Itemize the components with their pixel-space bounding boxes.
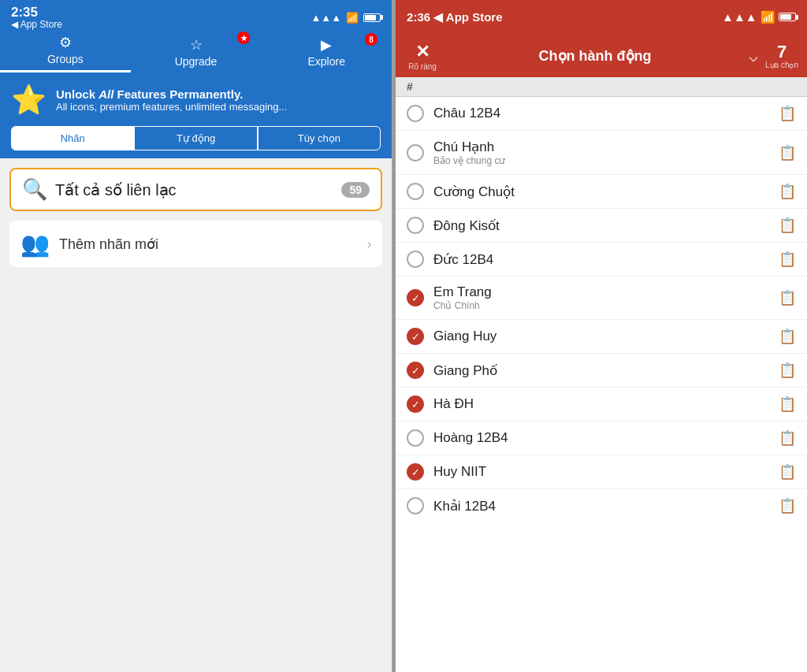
radio-unchecked bbox=[407, 105, 424, 122]
explore-badge: 8 bbox=[365, 33, 377, 46]
phone-icon: 📋 bbox=[779, 429, 796, 447]
contact-info: Hà ĐH bbox=[433, 396, 769, 412]
tab-upgrade[interactable]: ☆ Upgrade ★ bbox=[131, 32, 262, 72]
phone-icon: 📋 bbox=[779, 217, 796, 234]
dropdown-icon[interactable]: ⌵ bbox=[749, 46, 758, 65]
contact-item[interactable]: ✓Giang Huy📋 bbox=[396, 320, 807, 354]
contact-item[interactable]: Đông Kisốt📋 bbox=[396, 209, 807, 243]
chevron-right-icon: › bbox=[367, 237, 371, 251]
contact-name: Khải 12B4 bbox=[433, 498, 769, 514]
contact-name: Huy NIIT bbox=[433, 464, 769, 480]
search-count-badge: 59 bbox=[341, 182, 370, 198]
contact-item[interactable]: Cường Chuột📋 bbox=[396, 175, 807, 209]
upgrade-badge: ★ bbox=[237, 32, 250, 44]
promo-star-icon: ⭐ bbox=[11, 84, 46, 117]
segment-tuyChon[interactable]: Tùy chọn bbox=[258, 126, 381, 150]
contact-item[interactable]: Hoàng 12B4📋 bbox=[396, 421, 807, 455]
contact-info: Đông Kisốt bbox=[433, 217, 769, 234]
contact-sub: Bảo vệ chung cư bbox=[433, 155, 769, 166]
selection-count: 7 bbox=[777, 43, 787, 61]
back-link-left[interactable]: ◀ App Store bbox=[11, 19, 62, 30]
add-icon: 👥 bbox=[20, 230, 50, 258]
list-header-text: # bbox=[407, 80, 413, 93]
contact-name: Hoàng 12B4 bbox=[433, 430, 769, 446]
clear-button[interactable]: ✕ Rõ ràng bbox=[404, 42, 441, 71]
explore-icon: ▶ bbox=[321, 36, 332, 54]
promo-banner[interactable]: ⭐ Unlock All Features Permanently. All i… bbox=[0, 76, 392, 126]
radio-unchecked bbox=[407, 183, 424, 200]
phone-icon: 📋 bbox=[779, 463, 796, 481]
phone-icon: 📋 bbox=[779, 144, 796, 162]
contact-name: Giang Huy bbox=[433, 329, 769, 344]
list-header: # bbox=[396, 77, 807, 97]
contact-item[interactable]: Đức 12B4📋 bbox=[396, 243, 807, 277]
contact-item[interactable]: Chú HạnhBảo vệ chung cư📋 bbox=[396, 131, 807, 175]
contact-info: Cường Chuột bbox=[433, 184, 769, 200]
promo-title: Unlock All Features Permanently. bbox=[56, 87, 287, 101]
promo-subtitle: All icons, premium features, unlimited m… bbox=[56, 101, 287, 113]
segment-control: Nhãn Tự động Tùy chọn bbox=[0, 126, 392, 158]
x-icon: ✕ bbox=[415, 42, 430, 62]
contact-name: Hà ĐH bbox=[433, 396, 769, 412]
phone-icon: 📋 bbox=[779, 251, 796, 268]
radio-unchecked bbox=[407, 144, 424, 162]
contact-item[interactable]: ✓Em TrangChủ Chính📋 bbox=[396, 277, 807, 320]
phone-icon: 📋 bbox=[779, 362, 796, 379]
left-phone: 2:35 ◀ App Store ▲▲▲ 📶 ⚙ Groups ☆ Upgrad… bbox=[0, 0, 392, 672]
contact-sub: Chủ Chính bbox=[433, 300, 769, 311]
radio-unchecked bbox=[407, 217, 424, 234]
tab-explore[interactable]: ▶ Explore 8 bbox=[261, 32, 392, 72]
time-left: 2:35 bbox=[11, 6, 38, 19]
phone-icon: 📋 bbox=[779, 289, 796, 306]
phone-icon: 📋 bbox=[779, 183, 796, 200]
radio-checked-icon: ✓ bbox=[407, 289, 424, 306]
contact-name: Cường Chuột bbox=[433, 184, 769, 200]
upgrade-icon: ☆ bbox=[190, 36, 203, 54]
wifi-icon-right: 📶 bbox=[761, 10, 775, 24]
radio-checked-icon: ✓ bbox=[407, 362, 424, 379]
left-content: 🔍 Tất cả số liên lạc 59 👥 Thêm nhãn mới … bbox=[0, 158, 392, 672]
tab-groups[interactable]: ⚙ Groups bbox=[0, 29, 131, 72]
radio-checked-icon: ✓ bbox=[407, 463, 424, 481]
nav-bar-left: ⚙ Groups ☆ Upgrade ★ ▶ Explore 8 bbox=[0, 35, 392, 76]
phone-icon: 📋 bbox=[779, 328, 796, 345]
contact-info: Giang Phố bbox=[433, 362, 769, 379]
signal-icon-left: ▲▲▲ bbox=[311, 12, 341, 24]
contact-name: Em Trang bbox=[433, 284, 769, 300]
contact-item[interactable]: ✓Giang Phố📋 bbox=[396, 354, 807, 388]
action-title: Chọn hành động bbox=[441, 47, 749, 65]
wifi-icon-left: 📶 bbox=[346, 12, 359, 24]
contact-info: Đức 12B4 bbox=[433, 251, 769, 268]
status-icons-right: ▲▲▲ 📶 bbox=[722, 10, 796, 24]
contact-list: Châu 12B4📋Chú HạnhBảo vệ chung cư📋Cường … bbox=[396, 97, 807, 672]
back-link-right[interactable]: ◀ App Store bbox=[433, 10, 502, 24]
contact-item[interactable]: ✓Huy NIIT📋 bbox=[396, 455, 807, 489]
search-icon: 🔍 bbox=[22, 177, 47, 202]
add-new-row[interactable]: 👥 Thêm nhãn mới › bbox=[9, 221, 382, 267]
status-bar-right: 2:36 ◀ App Store ▲▲▲ 📶 bbox=[396, 0, 807, 35]
signal-icon-right: ▲▲▲ bbox=[722, 10, 757, 24]
status-icons-left: ▲▲▲ 📶 bbox=[311, 12, 381, 24]
contact-item[interactable]: Châu 12B4📋 bbox=[396, 97, 807, 131]
status-right-left-group: 2:36 ◀ App Store bbox=[407, 10, 502, 24]
contact-info: Chú HạnhBảo vệ chung cư bbox=[433, 139, 769, 166]
segment-tudong[interactable]: Tự động bbox=[134, 126, 257, 150]
phone-icon: 📋 bbox=[779, 497, 796, 514]
search-row[interactable]: 🔍 Tất cả số liên lạc 59 bbox=[9, 168, 382, 211]
time-right: 2:36 bbox=[407, 10, 430, 24]
battery-icon-left bbox=[363, 13, 381, 22]
radio-unchecked bbox=[407, 251, 424, 268]
radio-unchecked bbox=[407, 497, 424, 514]
contact-name: Đức 12B4 bbox=[433, 251, 769, 268]
contact-name: Châu 12B4 bbox=[433, 106, 769, 121]
contact-item[interactable]: Khải 12B4📋 bbox=[396, 489, 807, 522]
phone-icon: 📋 bbox=[779, 105, 796, 122]
contact-name: Đông Kisốt bbox=[433, 217, 769, 234]
segment-nhan[interactable]: Nhãn bbox=[11, 126, 134, 150]
contact-item[interactable]: ✓Hà ĐH📋 bbox=[396, 388, 807, 421]
right-phone: 2:36 ◀ App Store ▲▲▲ 📶 ✕ Rõ ràng Chọn hà… bbox=[396, 0, 807, 672]
action-bar: ✕ Rõ ràng Chọn hành động ⌵ 7 Lựa chọn bbox=[396, 35, 807, 77]
promo-text: Unlock All Features Permanently. All ico… bbox=[56, 87, 287, 113]
contact-info: Hoàng 12B4 bbox=[433, 430, 769, 446]
selection-count-label: Lựa chọn bbox=[765, 61, 798, 69]
